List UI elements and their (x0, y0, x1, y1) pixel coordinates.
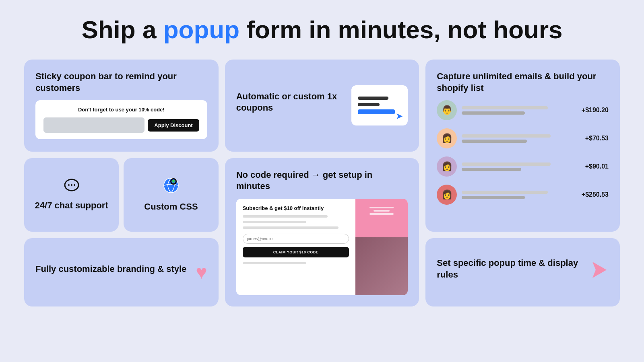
auto-coupon-left: Automatic or custom 1x coupons (236, 91, 344, 120)
avatar-4: 👩 (437, 185, 457, 205)
rules-title: Set specific popup time & display rules (437, 257, 588, 280)
title-accent: popup (163, 16, 239, 43)
card-support-css: 24/7 chat support Custom CSS (24, 158, 219, 232)
popup-right-image (355, 199, 408, 295)
email-row-1: 👨 +$190.20 (437, 100, 609, 120)
bar-bot-1 (462, 111, 525, 115)
coupon-input-fake (43, 117, 144, 133)
bar-bot-3 (462, 168, 521, 171)
auto-line-blue (358, 109, 395, 114)
sub-card-chat: 24/7 chat support (24, 158, 119, 232)
bars-col-3 (462, 162, 580, 171)
email-row-4: 👩 +$250.53 (437, 185, 609, 205)
svg-point-2 (71, 184, 72, 186)
branding-title: Fully customizable branding & style (35, 263, 186, 275)
card-coupon-bar: Sticky coupon bar to remind your custome… (24, 60, 219, 151)
amount-1: +$190.20 (582, 107, 609, 114)
svg-marker-8 (592, 262, 607, 278)
bars-col-1 (462, 106, 576, 115)
email-list: 👨 +$190.20 👩 +$70.53 👩 (437, 100, 609, 205)
amount-4: +$250.53 (582, 191, 609, 198)
chat-support-label: 24/7 chat support (35, 200, 108, 211)
dash-line-3 (369, 213, 394, 215)
card-branding: Fully customizable branding & style ♥ (24, 238, 219, 306)
email-row-3: 👩 +$90.01 (437, 156, 609, 177)
capture-emails-title: Capture unlimited emails & build your sh… (437, 71, 609, 94)
avatar-3: 👩 (437, 156, 457, 177)
popup-line-1 (243, 215, 328, 218)
svg-point-1 (68, 184, 70, 186)
chat-icon (64, 179, 79, 195)
page-title: Ship a popup form in minutes, not hours (81, 16, 562, 43)
popup-email-input[interactable]: james@rivo.io (243, 234, 349, 244)
arrow-icon (588, 260, 609, 284)
bar-top-2 (462, 134, 551, 138)
popup-left-content: Subscribe & get $10 off instantly james@… (236, 199, 356, 295)
no-code-title: No code required → get setup in minutes (236, 169, 408, 192)
auto-line-1 (358, 97, 388, 100)
cursor-arrow-icon: ➤ (396, 111, 403, 121)
title-text-2: form in minutes, not hours (239, 16, 563, 43)
custom-css-label: Custom CSS (144, 202, 198, 212)
bar-top-1 (462, 106, 548, 109)
bar-bot-2 (462, 140, 527, 143)
heart-icon: ♥ (196, 261, 207, 283)
bar-bot-4 (462, 196, 525, 199)
popup-demo: Subscribe & get $10 off instantly james@… (236, 199, 408, 295)
avatar-2: 👩 (437, 128, 457, 148)
dash-line-2 (374, 210, 390, 212)
sub-card-css: Custom CSS (124, 158, 218, 232)
apply-discount-button[interactable]: Apply Discount (148, 119, 199, 132)
popup-line-3 (243, 226, 339, 229)
amount-3: +$90.01 (585, 163, 609, 170)
card-no-code: No code required → get setup in minutes … (225, 158, 419, 306)
card-capture-emails: Capture unlimited emails & build your sh… (425, 60, 620, 232)
title-text-1: Ship a (81, 16, 163, 43)
popup-line-2 (243, 221, 307, 223)
dash-line-1 (369, 207, 394, 208)
coupon-demo: Don't forget to use your 10% code! Apply… (35, 100, 207, 139)
bars-col-4 (462, 191, 576, 199)
css-globe-icon (163, 177, 179, 197)
auto-line-2 (358, 103, 380, 106)
card-popup-rules: Set specific popup time & display rules (425, 238, 620, 306)
auto-coupon-visual: ➤ (351, 85, 408, 125)
bar-top-4 (462, 191, 548, 194)
coupon-bar-title: Sticky coupon bar to remind your custome… (35, 71, 207, 94)
popup-claim-btn[interactable]: CLAIM YOUR $10 CODE (243, 247, 349, 257)
feature-grid: Sticky coupon bar to remind your custome… (24, 60, 620, 306)
popup-bottom-line (243, 262, 307, 264)
card-auto-coupon: Automatic or custom 1x coupons ➤ (225, 60, 419, 151)
svg-point-3 (74, 184, 75, 186)
bars-col-2 (462, 134, 580, 143)
coupon-input-row: Apply Discount (43, 117, 199, 133)
bar-top-3 (462, 162, 551, 166)
popup-subscribe-title: Subscribe & get $10 off instantly (243, 205, 349, 212)
amount-2: +$70.53 (585, 135, 609, 142)
coupon-demo-text: Don't forget to use your 10% code! (43, 107, 199, 113)
avatar-1: 👨 (437, 100, 457, 120)
email-row-2: 👩 +$70.53 (437, 128, 609, 148)
auto-coupon-title: Automatic or custom 1x coupons (236, 91, 344, 114)
